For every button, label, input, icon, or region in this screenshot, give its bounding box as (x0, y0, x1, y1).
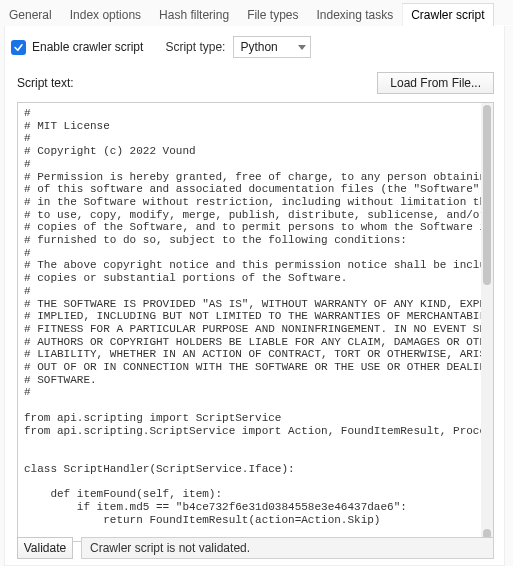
script-text-row: Script text: Load From File... (5, 64, 504, 98)
script-text-area[interactable]: # # MIT License # # Copyright (c) 2022 V… (17, 102, 494, 542)
validate-button[interactable]: Validate (17, 537, 73, 559)
check-icon (13, 42, 24, 53)
tabs-bar: General Index options Hash filtering Fil… (0, 0, 513, 26)
enable-crawler-label: Enable crawler script (32, 40, 143, 54)
tab-index-options[interactable]: Index options (61, 3, 150, 26)
validate-row: Validate Crawler script is not validated… (17, 537, 494, 559)
tab-file-types[interactable]: File types (238, 3, 307, 26)
load-from-file-button[interactable]: Load From File... (377, 72, 494, 94)
tab-hash-filtering[interactable]: Hash filtering (150, 3, 238, 26)
crawler-script-panel: Enable crawler script Script type: Pytho… (4, 26, 505, 566)
script-type-value: Python (240, 40, 277, 54)
script-text-content[interactable]: # # MIT License # # Copyright (c) 2022 V… (18, 103, 481, 541)
scrollbar-thumb[interactable] (483, 105, 491, 285)
scrollbar-vertical[interactable] (481, 103, 493, 541)
tab-general[interactable]: General (0, 3, 61, 26)
enable-row: Enable crawler script Script type: Pytho… (5, 26, 504, 64)
tab-crawler-script[interactable]: Crawler script (402, 3, 493, 26)
validation-status: Crawler script is not validated. (81, 537, 494, 559)
chevron-down-icon (298, 45, 306, 50)
enable-crawler-checkbox[interactable] (11, 40, 26, 55)
script-text-label: Script text: (17, 76, 74, 90)
tab-indexing-tasks[interactable]: Indexing tasks (307, 3, 402, 26)
script-type-label: Script type: (165, 40, 225, 54)
script-type-combo[interactable]: Python (233, 36, 311, 58)
